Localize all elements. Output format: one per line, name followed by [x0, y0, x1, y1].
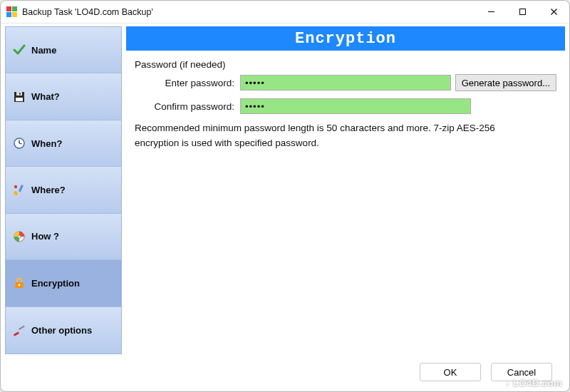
generate-password-button[interactable]: Generate password...: [455, 74, 556, 91]
sidebar-item-name[interactable]: Name: [6, 27, 121, 73]
floppy-icon: [13, 91, 26, 103]
tools-icon: [13, 184, 26, 197]
minimize-button[interactable]: [475, 1, 507, 23]
check-icon: [13, 43, 26, 56]
row-enter-password: Enter password: Generate password...: [135, 74, 556, 91]
maximize-button[interactable]: [507, 1, 538, 23]
svg-rect-1: [519, 9, 525, 15]
ok-button[interactable]: OK: [420, 363, 481, 381]
sidebar-item-label: Other options: [31, 325, 92, 336]
footer: OK Cancel: [1, 359, 569, 391]
sidebar-item-label: What?: [31, 91, 60, 102]
confirm-password-input[interactable]: [240, 98, 471, 114]
content: Password (if needed) Enter password: Gen…: [126, 51, 565, 151]
clock-icon: [13, 137, 26, 150]
sidebar-item-what[interactable]: What?: [6, 73, 121, 120]
svg-rect-18: [14, 331, 19, 336]
info-text: Recommended minimum password length is 5…: [135, 121, 541, 151]
body: Name What? When? Where?: [1, 24, 569, 359]
titlebar: Backup Task 'LO4D.com Backup': [1, 1, 569, 24]
sidebar-item-label: When?: [31, 138, 62, 149]
row-confirm-password: Confirm password:: [135, 98, 556, 114]
svg-rect-12: [19, 185, 24, 192]
window-controls: [475, 1, 569, 23]
sidebar-item-label: How ?: [31, 231, 59, 242]
sidebar-item-other-options[interactable]: Other options: [6, 307, 121, 354]
section-label: Password (if needed): [135, 59, 556, 70]
screwdriver-icon: [13, 324, 26, 336]
main-panel: Encryption Password (if needed) Enter pa…: [126, 26, 565, 354]
lock-icon: [13, 277, 26, 289]
page-title: Encryption: [126, 26, 565, 51]
enter-password-input[interactable]: [240, 75, 451, 91]
window-root: Backup Task 'LO4D.com Backup' Name: [0, 0, 570, 392]
cancel-button[interactable]: Cancel: [491, 363, 552, 381]
sidebar-item-how[interactable]: How ?: [6, 214, 121, 260]
sidebar-item-label: Where?: [31, 185, 66, 195]
sidebar-item-when[interactable]: When?: [6, 120, 121, 167]
sidebar-item-encryption[interactable]: Encryption: [6, 260, 121, 306]
window-title: Backup Task 'LO4D.com Backup': [22, 7, 153, 17]
svg-rect-7: [19, 93, 21, 95]
svg-point-13: [14, 185, 17, 187]
sidebar-item-label: Encryption: [31, 278, 80, 289]
disc-icon: [13, 230, 26, 243]
enter-password-label: Enter password:: [135, 78, 236, 88]
close-button[interactable]: [538, 1, 569, 23]
svg-point-15: [18, 235, 21, 238]
app-icon: [6, 6, 18, 18]
svg-rect-11: [14, 190, 19, 195]
confirm-password-label: Confirm password:: [135, 101, 236, 112]
sidebar-item-label: Name: [31, 45, 56, 56]
sidebar-item-where[interactable]: Where?: [6, 167, 121, 213]
sidebar: Name What? When? Where?: [5, 26, 122, 354]
svg-rect-6: [16, 98, 23, 101]
svg-rect-19: [19, 326, 25, 330]
svg-point-17: [19, 284, 21, 287]
